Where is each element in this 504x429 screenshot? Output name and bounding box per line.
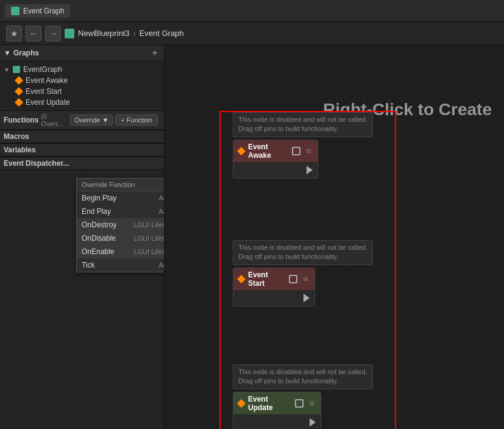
functions-count: (6 Overr...	[41, 113, 65, 127]
dropdown-tick[interactable]: Tick Actor Component	[77, 258, 165, 272]
event-awake-group: This node is disabled and will not be ca…	[233, 112, 373, 179]
dropdown-onenable[interactable]: OnEnable LGUI LifeCycle Behaviour	[77, 245, 165, 258]
event-start-header: Event Start ⧉	[233, 268, 314, 290]
breadcrumb-graph: Event Graph	[140, 29, 184, 38]
breadcrumb-blueprint: NewBlueprint3	[78, 29, 130, 38]
add-function-btn[interactable]: + Function	[115, 115, 158, 126]
event-awake-icon	[15, 76, 23, 85]
event-start-node[interactable]: Event Start ⧉	[233, 268, 315, 307]
event-update-title: Event Update	[248, 395, 291, 412]
dropdown-header: Override Function	[77, 179, 165, 191]
functions-label: Functions	[4, 116, 38, 124]
macros-label: Macros	[4, 132, 160, 141]
breadcrumb-icon	[65, 29, 74, 38]
eventgraph-item[interactable]: ▼ EventGraph	[0, 64, 164, 75]
breadcrumb-sep: ›	[133, 29, 136, 38]
onenable-label: OnEnable	[82, 247, 130, 256]
ondestroy-source: LGUI LifeCycle Behaviour	[133, 221, 165, 229]
tick-source: Actor Component	[158, 261, 165, 269]
breadcrumb-bar: ★ ← → NewBlueprint3 › Event Graph	[0, 22, 504, 45]
override-btn[interactable]: Override ▼	[70, 115, 113, 126]
tab-label: Event Graph	[23, 7, 64, 15]
event-awake-title: Event Awake	[248, 143, 288, 160]
graphs-title: Graphs	[13, 49, 147, 57]
event-update-item[interactable]: Event Update	[0, 97, 164, 108]
event-start-exec-out	[289, 275, 297, 283]
event-update-disabled-label: This node is disabled and will not be ca…	[233, 364, 373, 389]
event-start-diamond-icon	[237, 275, 246, 283]
event-awake-copy-icon: ⧉	[304, 147, 313, 155]
dropdown-end-play[interactable]: End Play Actor Component	[77, 205, 165, 218]
event-start-copy-icon: ⧉	[301, 275, 310, 283]
event-awake-exec-out	[292, 147, 300, 155]
event-dispatchers-section-header[interactable]: Event Dispatcher...	[0, 157, 164, 170]
event-start-group: This node is disabled and will not be ca…	[233, 240, 373, 307]
event-update-copy-icon: ⧉	[307, 399, 316, 408]
functions-toolbar: Override ▼ + Function	[68, 113, 160, 127]
ondisable-label: OnDisable	[82, 234, 130, 243]
sidebar: ▼ Graphs + ▼ EventGraph Event Awake Even…	[0, 45, 165, 429]
event-awake-label: Event Awake	[26, 76, 68, 85]
event-update-diamond-icon	[237, 399, 246, 408]
dropdown-ondisable[interactable]: OnDisable LGUI LifeCycle Behaviour	[77, 232, 165, 245]
macros-section-header[interactable]: Macros	[0, 130, 164, 143]
event-start-label: Event Start	[26, 87, 62, 96]
main-layout: ▼ Graphs + ▼ EventGraph Event Awake Even…	[0, 45, 504, 429]
event-update-icon	[15, 98, 23, 107]
ondestroy-label: OnDestroy	[82, 221, 130, 229]
event-update-body	[233, 414, 321, 429]
variables-section-header[interactable]: Variables	[0, 143, 164, 157]
event-update-header: Event Update ⧉	[233, 392, 321, 414]
back-btn[interactable]: ←	[26, 26, 41, 41]
event-update-exec-pin	[310, 418, 316, 427]
onenable-source: LGUI LifeCycle Behaviour	[133, 248, 165, 255]
event-start-item[interactable]: Event Start	[0, 86, 164, 97]
tick-label: Tick	[82, 261, 155, 269]
end-play-label: End Play	[82, 207, 155, 216]
event-start-title: Event Start	[248, 271, 285, 288]
event-update-group: This node is disabled and will not be ca…	[233, 364, 373, 429]
forward-btn[interactable]: →	[45, 26, 61, 41]
event-awake-item[interactable]: Event Awake	[0, 75, 164, 86]
graphs-header: ▼ Graphs +	[0, 45, 164, 62]
event-update-node[interactable]: Event Update ⧉ Delta Time	[233, 392, 321, 429]
override-dropdown: Override Function Begin Play Actor Compo…	[76, 178, 165, 272]
tab-bar: Event Graph	[0, 0, 504, 22]
functions-section-header[interactable]: Functions (6 Overr... Override ▼ + Funct…	[0, 110, 164, 130]
begin-play-source: Actor Component	[158, 194, 165, 202]
dropdown-begin-play[interactable]: Begin Play Actor Component	[77, 191, 165, 205]
dropdown-ondestroy[interactable]: OnDestroy LGUI LifeCycle Behaviour	[77, 218, 165, 232]
ondisable-source: LGUI LifeCycle Behaviour	[133, 235, 165, 242]
event-start-body	[233, 290, 314, 306]
event-start-disabled-label: This node is disabled and will not be ca…	[233, 240, 373, 265]
event-dispatchers-label: Event Dispatcher...	[4, 159, 160, 168]
event-awake-header: Event Awake ⧉	[233, 140, 318, 162]
event-start-icon	[15, 87, 23, 96]
sidebar-tree: ▼ EventGraph Event Awake Event Start Eve…	[0, 62, 164, 110]
graph-canvas[interactable]: Right-Click to Create This node is disab…	[165, 45, 504, 429]
event-awake-diamond-icon	[237, 147, 246, 155]
event-awake-disabled-label: This node is disabled and will not be ca…	[233, 112, 373, 137]
end-play-source: Actor Component	[158, 208, 165, 215]
variables-label: Variables	[4, 146, 160, 154]
graph-tab-icon	[11, 7, 20, 15]
eventgraph-label: EventGraph	[23, 65, 62, 74]
eventgraph-icon	[13, 66, 20, 73]
event-update-exec-out	[295, 399, 303, 408]
bookmark-btn[interactable]: ★	[6, 26, 22, 41]
event-awake-node[interactable]: Event Awake ⧉	[233, 140, 318, 179]
graphs-add-btn[interactable]: +	[149, 48, 160, 58]
event-start-exec-pin	[303, 294, 310, 302]
begin-play-label: Begin Play	[82, 194, 155, 202]
event-awake-body	[233, 162, 318, 178]
event-graph-tab[interactable]: Event Graph	[5, 4, 70, 18]
event-awake-exec-pin	[307, 166, 313, 174]
event-update-label: Event Update	[26, 98, 70, 107]
